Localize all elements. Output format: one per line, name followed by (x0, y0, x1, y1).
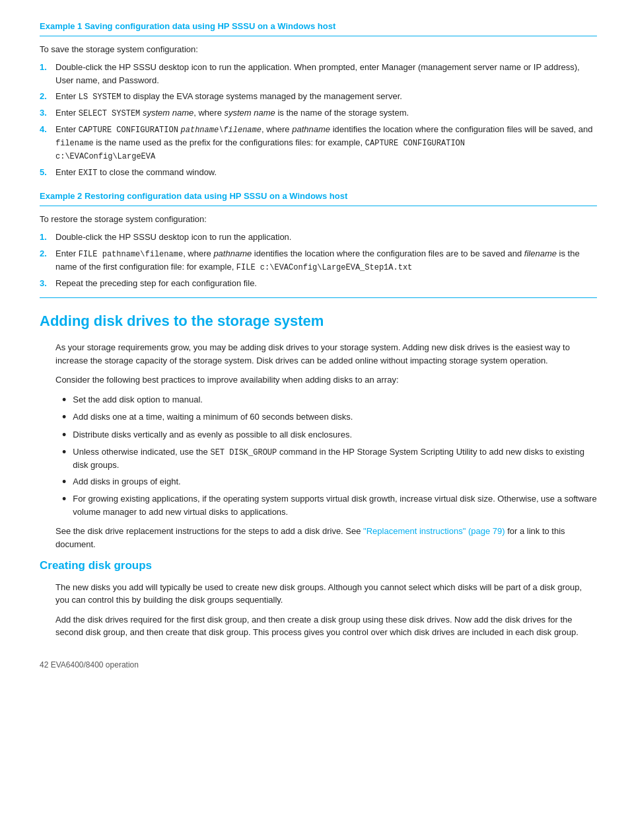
step4-content: Enter CAPTURE CONFIGURATION pathname\fil… (55, 123, 597, 163)
example2-step1: 1. Double-click the HP SSSU desktop icon… (40, 231, 597, 244)
example1-step4: 4. Enter CAPTURE CONFIGURATION pathname\… (40, 123, 597, 163)
bullet-text-1: Set the add disk option to manual. (73, 393, 203, 406)
bullet-item-5: • Add disks in groups of eight. (62, 475, 597, 490)
step1-num: 1. (40, 61, 55, 87)
bullet-item-4: • Unless otherwise indicated, use the SE… (62, 445, 597, 472)
step3-italic1: system name (143, 108, 193, 118)
bullet-dot-5: • (62, 475, 66, 490)
bullet-item-6: • For growing existing applications, if … (62, 492, 597, 518)
bullet4-code: SET DISK_GROUP (210, 448, 277, 457)
bullet-dot-6: • (62, 492, 66, 507)
creating-content: The new disks you add will typically be … (40, 581, 597, 639)
section-adding: Adding disk drives to the storage system… (40, 310, 597, 551)
bullet-text-6: For growing existing applications, if th… (73, 492, 597, 518)
example2-bottom-divider (40, 297, 597, 298)
ex2-step2-italic1: pathname (213, 248, 252, 258)
adding-para1: As your storage requirements grow, you m… (55, 341, 597, 367)
ex2-step1-num: 1. (40, 231, 55, 244)
bullet-dot-3: • (62, 428, 66, 443)
example2-intro: To restore the storage system configurat… (40, 213, 597, 226)
creating-para1: The new disks you add will typically be … (55, 581, 597, 607)
step2-content: Enter LS SYSTEM to display the EVA stora… (55, 90, 597, 103)
step1-content: Double-click the HP SSSU desktop icon to… (55, 61, 597, 87)
ex2-step2-content: Enter FILE pathname\filename, where path… (55, 247, 597, 274)
bullet-item-3: • Distribute disks vertically and as eve… (62, 428, 597, 443)
step5-num: 5. (40, 166, 55, 179)
example1-title: Example 1 Saving configuration data usin… (40, 20, 597, 33)
footer: 42 EVA6400/8400 operation (40, 659, 597, 671)
example2-title: Example 2 Restoring configuration data u… (40, 190, 597, 203)
section-creating: Creating disk groups The new disks you a… (40, 557, 597, 639)
example2-step2: 2. Enter FILE pathname\filename, where p… (40, 247, 597, 274)
example1-step2: 2. Enter LS SYSTEM to display the EVA st… (40, 90, 597, 103)
bullet-dot-1: • (62, 393, 66, 408)
example1-divider (40, 36, 597, 36)
example2-divider (40, 206, 597, 206)
bullet-item-2: • Add disks one at a time, waiting a min… (62, 410, 597, 425)
step3-content: Enter SELECT SYSTEM system name, where s… (55, 106, 597, 120)
example1-block: Example 1 Saving configuration data usin… (40, 20, 597, 179)
bullet-text-4: Unless otherwise indicated, use the SET … (73, 445, 597, 472)
step5-content: Enter EXIT to close the command window. (55, 166, 597, 179)
adding-content: As your storage requirements grow, you m… (40, 341, 597, 551)
ex2-step2-italic2: filename (524, 248, 557, 258)
adding-heading: Adding disk drives to the storage system (40, 310, 597, 332)
ex2-step3-content: Repeat the preceding step for each confi… (55, 277, 597, 290)
creating-para2: Add the disk drives required for the fir… (55, 613, 597, 639)
example1-step5: 5. Enter EXIT to close the command windo… (40, 166, 597, 179)
example1-steps: 1. Double-click the HP SSSU desktop icon… (40, 61, 597, 179)
step4-code3: CAPTURE CONFIGURATIONc:\EVAConfig\LargeE… (55, 139, 465, 161)
step4-num: 4. (40, 123, 55, 163)
example1-intro: To save the storage system configuration… (40, 43, 597, 56)
adding-bullets: • Set the add disk option to manual. • A… (55, 393, 597, 519)
ex2-step1-content: Double-click the HP SSSU desktop icon to… (55, 231, 597, 244)
adding-para3: See the disk drive replacement instructi… (55, 525, 597, 551)
adding-para3-before: See the disk drive replacement instructi… (55, 526, 363, 536)
ex2-step2-code1: FILE pathname\filename (79, 250, 183, 259)
step3-num: 3. (40, 106, 55, 120)
bullet-dot-4: • (62, 445, 66, 460)
bullet-text-5: Add disks in groups of eight. (73, 475, 180, 488)
step4-italic2: pathname (292, 124, 330, 134)
step4-code2: filename (55, 139, 94, 148)
adding-para2: Consider the following best practices to… (55, 373, 597, 387)
bullet-text-2: Add disks one at a time, waiting a minim… (73, 410, 353, 424)
example1-step1: 1. Double-click the HP SSSU desktop icon… (40, 61, 597, 87)
ex2-step2-code2: FILE c:\EVAConfig\LargeEVA_Step1A.txt (236, 263, 412, 272)
bullet-item-1: • Set the add disk option to manual. (62, 393, 597, 408)
step3-code1: SELECT SYSTEM (79, 109, 141, 118)
ex2-step2-num: 2. (40, 247, 55, 274)
example1-step3: 3. Enter SELECT SYSTEM system name, wher… (40, 106, 597, 120)
step2-num: 2. (40, 90, 55, 103)
step5-code1: EXIT (79, 169, 98, 178)
example2-step3: 3. Repeat the preceding step for each co… (40, 277, 597, 290)
creating-heading: Creating disk groups (40, 557, 597, 574)
step4-code1: CAPTURE CONFIGURATION (79, 126, 178, 135)
adding-para3-link[interactable]: "Replacement instructions" (page 79) (363, 526, 505, 536)
step4-italic1: pathname\filename (181, 126, 262, 135)
example2-steps: 1. Double-click the HP SSSU desktop icon… (40, 231, 597, 289)
ex2-step3-num: 3. (40, 277, 55, 290)
bullet-text-3: Distribute disks vertically and as evenl… (73, 428, 352, 441)
step2-code1: LS SYSTEM (79, 93, 122, 102)
example2-block: Example 2 Restoring configuration data u… (40, 190, 597, 298)
step3-italic2: system name (225, 108, 275, 118)
bullet-dot-2: • (62, 410, 66, 425)
